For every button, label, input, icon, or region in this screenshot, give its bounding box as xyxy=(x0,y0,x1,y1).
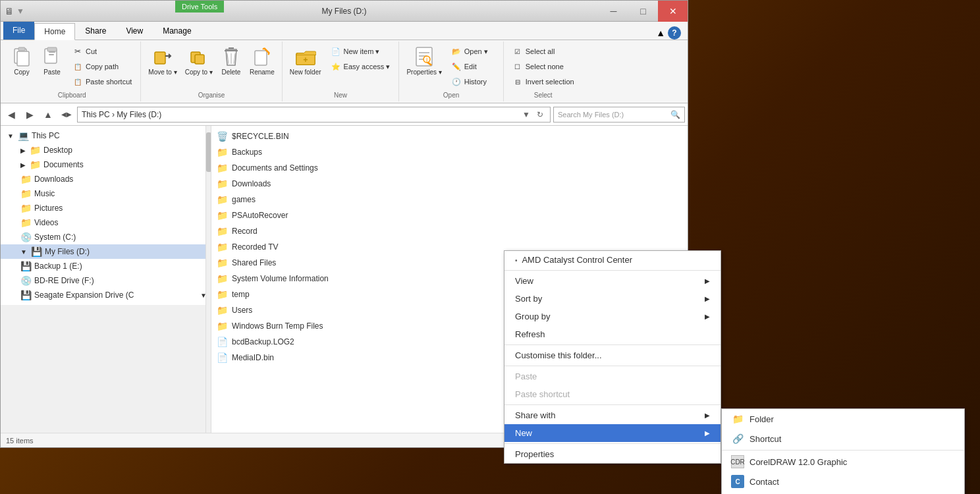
clipboard-small-group: ✂ Cut 📋 Copy path 📋 Paste shortcut xyxy=(68,44,136,89)
easy-access-icon: ⭐ xyxy=(331,61,341,72)
submenu-new: 📁 Folder 🔗 Shortcut CDR CorelDRAW 12.0 G… xyxy=(721,408,965,494)
sidebar-item-documents[interactable]: ▶ 📁 Documents xyxy=(1,157,211,172)
ribbon-up-icon[interactable]: ▲ xyxy=(656,28,665,38)
open-button[interactable]: 📂 Open ▾ xyxy=(447,44,499,59)
thispc-expand-icon: ▼ xyxy=(7,132,14,140)
winburn-icon: 📁 xyxy=(217,321,228,331)
move-to-button[interactable]: Move to ▾ xyxy=(145,44,180,78)
easy-access-button[interactable]: ⭐ Easy access ▾ xyxy=(326,59,395,74)
ctx-groupby-arrow: ▶ xyxy=(705,313,710,320)
paste-shortcut-button[interactable]: 📋 Paste shortcut xyxy=(68,74,136,89)
submenu-contact-icon: C xyxy=(731,475,744,488)
svg-rect-7 xyxy=(155,52,165,64)
winburn-label: Windows Burn Temp Files xyxy=(232,321,323,331)
close-button[interactable]: ✕ xyxy=(658,1,688,22)
new-item-button[interactable]: 📄 New item ▾ xyxy=(326,44,395,59)
ctx-new[interactable]: New ▶ xyxy=(504,424,721,442)
address-input[interactable]: This PC › My Files (D:) ▼ ↻ xyxy=(77,107,551,123)
file-item-recyclebin[interactable]: 🗑️ $RECYCLE.BIN xyxy=(211,128,688,144)
sidebar-item-bdre[interactable]: 💿 BD-RE Drive (F:) xyxy=(1,273,211,288)
search-box[interactable]: Search My Files (D:) 🔍 xyxy=(553,107,685,123)
select-all-label: Select all xyxy=(526,47,555,55)
cut-button[interactable]: ✂ Cut xyxy=(68,44,136,59)
ribbon-tabs: File Home Share View Manage ▲ ? xyxy=(1,22,688,40)
sidebar-item-backup1[interactable]: 💾 Backup 1 (E:) xyxy=(1,259,211,273)
ctx-sortby[interactable]: Sort by ▶ xyxy=(504,290,721,308)
ctx-paste-shortcut-label: Paste shortcut xyxy=(515,389,570,399)
forward-button[interactable]: ▶ xyxy=(22,107,38,123)
tab-manage[interactable]: Manage xyxy=(153,22,201,40)
ctx-sep1 xyxy=(504,270,721,271)
select-all-icon: ☑ xyxy=(512,46,523,57)
ribbon-help-icon[interactable]: ? xyxy=(668,26,681,40)
select-all-button[interactable]: ☑ Select all xyxy=(508,44,579,59)
file-item-games[interactable]: 📁 games xyxy=(211,192,688,207)
open-icon: 📂 xyxy=(451,46,462,57)
up-button[interactable]: ▲ xyxy=(40,107,56,123)
submenu-photopaint[interactable]: CPT Corel PHOTO-PAINT 12.0 Image xyxy=(722,491,964,494)
ctx-amd[interactable]: • AMD Catalyst Control Center xyxy=(504,251,721,269)
sidebar-item-videos[interactable]: 📁 Videos xyxy=(1,215,211,230)
maximize-button[interactable]: □ xyxy=(628,1,658,22)
select-small-group: ☑ Select all ☐ Select none ⊟ Invert sele… xyxy=(508,44,579,89)
recent-button[interactable]: ◀▶ xyxy=(59,107,74,123)
systemvolume-icon: 📁 xyxy=(217,273,228,284)
sidebar-item-myfiles[interactable]: ▼ 💾 My Files (D:) xyxy=(1,244,211,259)
paste-label: Paste xyxy=(43,69,61,76)
sidebar-item-seagate[interactable]: 💾 Seagate Expansion Drive (C ▼ xyxy=(1,288,211,302)
submenu-coreldraw[interactable]: CDR CorelDRAW 12.0 Graphic xyxy=(722,452,964,472)
myfiles-icon: 💾 xyxy=(31,246,42,257)
ctx-paste[interactable]: Paste xyxy=(504,368,721,385)
file-item-downloads[interactable]: 📁 Downloads xyxy=(211,176,688,192)
ctx-groupby[interactable]: Group by ▶ xyxy=(504,308,721,325)
copy-path-button[interactable]: 📋 Copy path xyxy=(68,59,136,74)
paste-button[interactable]: Paste xyxy=(38,44,67,78)
tab-share[interactable]: Share xyxy=(75,22,116,40)
tab-view[interactable]: View xyxy=(116,22,153,40)
address-refresh-btn[interactable]: ↻ xyxy=(534,110,546,119)
back-button[interactable]: ◀ xyxy=(3,107,19,123)
sidebar-item-music[interactable]: 📁 Music xyxy=(1,186,211,201)
file-item-psautorecover[interactable]: 📁 PSAutoRecover xyxy=(211,207,688,223)
drive-tools-tab[interactable]: Drive Tools xyxy=(175,1,224,13)
new-folder-button[interactable]: + New folder xyxy=(286,44,325,78)
ctx-view[interactable]: View ▶ xyxy=(504,272,721,290)
ctx-properties[interactable]: Properties xyxy=(504,445,721,463)
sidebar-item-systemc[interactable]: 💿 System (C:) xyxy=(1,230,211,244)
tab-file[interactable]: File xyxy=(3,21,34,40)
ctx-refresh[interactable]: Refresh xyxy=(504,325,721,343)
edit-button[interactable]: ✏️ Edit xyxy=(447,59,499,74)
sidebar-scrollbar[interactable] xyxy=(205,126,211,433)
thispc-icon: 💻 xyxy=(18,130,29,141)
ctx-customise[interactable]: Customise this folder... xyxy=(504,346,721,364)
ctx-sharewith[interactable]: Share with ▶ xyxy=(504,406,721,424)
sidebar-item-downloads[interactable]: 📁 Downloads xyxy=(1,172,211,186)
svg-text:i: i xyxy=(426,56,427,63)
file-item-backups[interactable]: 📁 Backups xyxy=(211,144,688,160)
delete-button[interactable]: Delete xyxy=(217,44,245,78)
minimize-button[interactable]: ─ xyxy=(599,1,628,22)
submenu-contact[interactable]: C Contact xyxy=(722,472,964,491)
invert-selection-button[interactable]: ⊟ Invert selection xyxy=(508,74,579,89)
sidebar-scrollbar-thumb[interactable] xyxy=(206,132,211,172)
paste-shortcut-label: Paste shortcut xyxy=(86,78,132,86)
tab-home[interactable]: Home xyxy=(34,23,75,40)
rename-button[interactable]: Rename xyxy=(246,44,278,78)
copy-button[interactable]: Copy xyxy=(7,44,36,78)
submenu-shortcut[interactable]: 🔗 Shortcut xyxy=(722,429,964,449)
file-item-docs-settings[interactable]: 📁 Documents and Settings xyxy=(211,160,688,176)
svg-text:+: + xyxy=(303,55,308,65)
copy-to-button[interactable]: Copy to ▾ xyxy=(182,44,216,78)
properties-button[interactable]: i Properties ▾ xyxy=(403,44,445,78)
ctx-refresh-label: Refresh xyxy=(515,329,545,339)
sidebar-item-desktop[interactable]: ▶ 📁 Desktop xyxy=(1,143,211,157)
sidebar-item-pictures[interactable]: 📁 Pictures xyxy=(1,201,211,215)
history-button[interactable]: 🕐 History xyxy=(447,74,499,89)
open-small-group: 📂 Open ▾ ✏️ Edit 🕐 History xyxy=(447,44,499,89)
submenu-folder[interactable]: 📁 Folder xyxy=(722,409,964,429)
select-none-button[interactable]: ☐ Select none xyxy=(508,59,579,74)
sidebar-item-thispc[interactable]: ▼ 💻 This PC xyxy=(1,128,211,143)
address-dropdown-btn[interactable]: ▼ xyxy=(520,110,533,119)
ctx-paste-shortcut[interactable]: Paste shortcut xyxy=(504,385,721,403)
file-item-record[interactable]: 📁 Record xyxy=(211,223,688,239)
